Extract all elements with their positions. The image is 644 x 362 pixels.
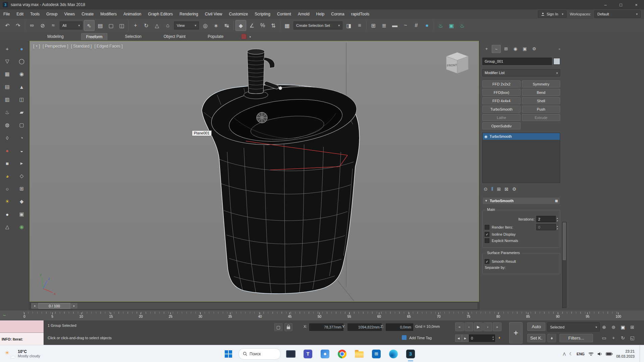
set-keys-button[interactable]: + xyxy=(509,322,523,344)
trackbar-tick[interactable]: 85 xyxy=(526,312,530,318)
app-icon-3dsmax[interactable] xyxy=(404,347,418,361)
time-slider-handle[interactable]: 0 / 100 xyxy=(38,303,70,309)
left-tool-icon[interactable]: ▣ xyxy=(14,209,29,219)
align-icon[interactable]: ≡ xyxy=(355,20,365,31)
left-tool-icon[interactable]: ◇ xyxy=(14,171,29,181)
command-panel-tab-icon[interactable]: ◉ xyxy=(511,45,520,52)
time-slider-next-icon[interactable]: ► xyxy=(71,303,77,308)
left-tool-icon[interactable]: ● xyxy=(14,44,29,54)
menu-item[interactable]: Group xyxy=(43,9,61,19)
left-tool-icon[interactable]: ● xyxy=(0,145,14,156)
render-iters-checkbox[interactable] xyxy=(485,225,489,230)
trackbar-tick[interactable]: 45 xyxy=(288,312,291,318)
explicit-normals-checkbox[interactable] xyxy=(485,238,489,243)
render-production-icon[interactable]: ♨ xyxy=(457,20,467,31)
left-tool-icon[interactable]: ▰ xyxy=(14,107,29,117)
viewport-menu-shading[interactable]: [ Edged Faces ] xyxy=(94,44,122,49)
mirror-icon[interactable]: ◨ xyxy=(344,20,354,31)
curve-editor-icon[interactable]: ~ xyxy=(400,20,411,31)
trackbar-tick[interactable]: 95 xyxy=(586,312,589,318)
isolate-selection-icon[interactable]: ▢ xyxy=(274,323,282,331)
maxscript-mini-listener[interactable]: INFO: Iterat: xyxy=(0,320,44,345)
left-tool-icon[interactable]: ◊ xyxy=(0,133,14,143)
time-tag-icon[interactable] xyxy=(402,335,407,340)
snaps-toggle-icon[interactable]: ◆ xyxy=(235,20,246,31)
weather-widget[interactable]: ☀ ☁ 10°C Mostly cloudy xyxy=(0,345,45,362)
add-time-tag[interactable]: Add Time Tag xyxy=(409,336,432,340)
time-slider-track[interactable]: ◄ 0 / 100 ► xyxy=(31,302,478,309)
modifier-button[interactable]: Extrude xyxy=(522,114,560,121)
reference-coordinate-dropdown[interactable]: View xyxy=(174,21,199,29)
command-panel-tab-icon[interactable]: ~ xyxy=(492,45,501,53)
z-coordinate-field[interactable]: 0,0mm xyxy=(386,323,413,331)
select-object-icon[interactable]: ⇖ xyxy=(84,20,95,31)
undo-icon[interactable]: ↶ xyxy=(2,20,12,31)
trackbar-tick[interactable]: 60 xyxy=(377,312,381,318)
panel-scrollbar[interactable] xyxy=(562,222,567,308)
viewport-nav-icon[interactable]: ↻ xyxy=(619,333,627,343)
viewport-nav-icon[interactable]: ▭ xyxy=(600,333,608,343)
select-link-icon[interactable]: ∞ xyxy=(27,20,37,31)
show-end-result-icon[interactable]: ‖ xyxy=(491,186,493,192)
window-crossing-icon[interactable]: ◫ xyxy=(117,20,127,31)
viewport-nav-icon[interactable]: ◱ xyxy=(628,333,637,343)
trackbar-tick[interactable]: 30 xyxy=(199,312,202,318)
menu-item[interactable]: Customize xyxy=(226,9,252,19)
iterations-spinner[interactable] xyxy=(556,217,558,222)
rollout-menu-icon[interactable]: ▦ xyxy=(555,199,558,202)
trackbar-tick[interactable]: 55 xyxy=(347,312,351,318)
left-tool-icon[interactable]: ▤ xyxy=(0,82,14,92)
ribbon-tab[interactable]: Selection xyxy=(120,33,146,40)
rendered-frame-window-icon[interactable]: ▣ xyxy=(446,20,457,31)
time-slider-prev-icon[interactable]: ◄ xyxy=(32,303,38,308)
modifier-button[interactable]: Push xyxy=(522,106,560,113)
left-tool-icon[interactable]: ◯ xyxy=(14,56,29,66)
left-tool-icon[interactable]: ◆ xyxy=(14,196,29,206)
modifier-button[interactable]: Lathe xyxy=(482,114,521,121)
menu-item[interactable]: File xyxy=(0,9,13,19)
menu-item[interactable]: Arnold xyxy=(294,9,313,19)
key-filters-icon[interactable]: ♦ xyxy=(547,334,556,342)
viewport-nav-icon[interactable]: ⊕ xyxy=(600,322,608,332)
menu-item[interactable]: Create xyxy=(78,9,97,19)
object-name-field[interactable]: Group_001 xyxy=(482,58,552,65)
select-and-manipulate-icon[interactable]: ∗ xyxy=(211,20,221,31)
command-panel-tab-icon[interactable]: ⚙ xyxy=(530,45,538,52)
playback-button[interactable]: ‹ xyxy=(465,322,473,331)
trackbar-tick[interactable]: 100 xyxy=(615,312,621,318)
left-tool-icon[interactable]: ▢ xyxy=(14,120,29,130)
next-frame-icon[interactable]: ▶ xyxy=(462,335,469,342)
panel-corner-icon[interactable]: ▫ xyxy=(559,47,560,51)
left-tool-icon[interactable]: ⊞ xyxy=(14,184,29,194)
playback-button[interactable]: « xyxy=(455,322,464,331)
macro-recorder-line[interactable] xyxy=(0,320,44,333)
select-and-scale-icon[interactable]: △ xyxy=(152,20,162,31)
command-panel-tab-icon[interactable]: + xyxy=(482,45,491,52)
left-tool-icon[interactable]: △ xyxy=(0,222,14,232)
modifier-button[interactable]: Symmetry xyxy=(522,80,560,87)
redo-icon[interactable]: ↷ xyxy=(13,20,23,31)
schematic-view-icon[interactable]: # xyxy=(411,20,421,31)
playback-button[interactable]: ▶ xyxy=(474,322,483,331)
show-desktop-strip[interactable] xyxy=(640,345,641,362)
key-mode-icon[interactable]: ♦ xyxy=(498,336,500,340)
trackbar-tick[interactable]: 75 xyxy=(467,312,470,318)
command-panel-tab-icon[interactable]: ▣ xyxy=(521,45,529,52)
perspective-viewport[interactable]: FRONT y x z [ + ] [ Perspective ] xyxy=(30,41,479,302)
ribbon-tab[interactable]: Populate xyxy=(203,33,228,40)
app-icon-photos[interactable] xyxy=(318,347,332,361)
left-tool-icon[interactable]: ◔ xyxy=(14,133,29,143)
taskbar-search[interactable]: Поиск xyxy=(238,348,281,360)
render-iters-field[interactable]: 0 xyxy=(536,224,556,230)
select-and-move-icon[interactable]: + xyxy=(130,20,141,31)
viewport-nav-icon[interactable]: ⊚ xyxy=(609,322,618,332)
modifier-button[interactable]: Shell xyxy=(522,97,560,104)
app-icon-monitor[interactable] xyxy=(284,347,298,361)
left-tool-icon[interactable]: + xyxy=(0,44,14,54)
panel-scrollbar-thumb[interactable] xyxy=(563,223,566,260)
named-selection-sets-dropdown[interactable]: Create Selection Set xyxy=(293,21,342,29)
viewport-menu-pov[interactable]: [ Perspective ] xyxy=(43,44,68,49)
left-tool-icon[interactable]: ◉ xyxy=(14,69,29,79)
selection-lock-icon[interactable] xyxy=(284,323,292,331)
left-tool-icon[interactable]: ○ xyxy=(0,184,14,194)
